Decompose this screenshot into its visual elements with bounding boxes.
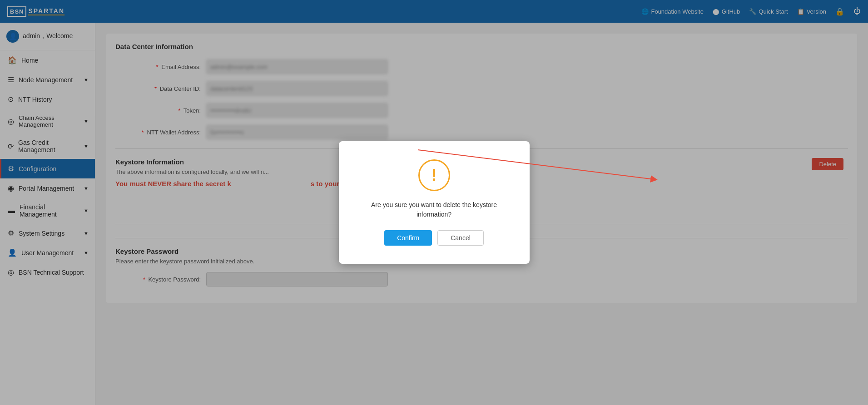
cancel-button[interactable]: Cancel bbox=[437, 230, 484, 246]
confirm-dialog: ! Are you sure you want to delete the ke… bbox=[339, 141, 530, 264]
dialog-message: Are you sure you want to delete the keys… bbox=[362, 200, 507, 219]
warning-icon: ! bbox=[418, 159, 450, 191]
dialog-buttons: Confirm Cancel bbox=[362, 230, 507, 246]
confirm-button[interactable]: Confirm bbox=[384, 230, 432, 246]
modal-overlay: ! Are you sure you want to delete the ke… bbox=[0, 0, 868, 405]
